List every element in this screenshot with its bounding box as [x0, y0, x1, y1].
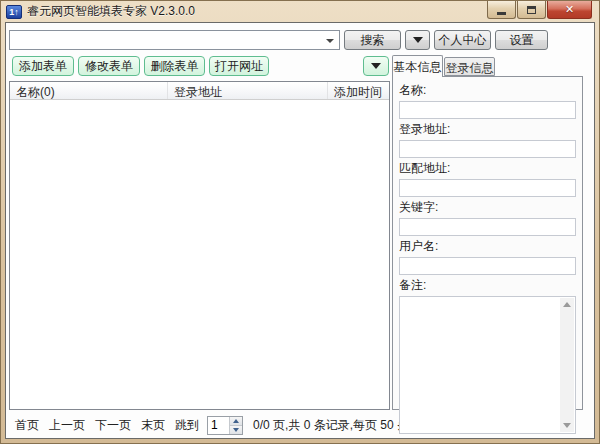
close-button[interactable]: ✕	[547, 1, 592, 19]
scroll-down-icon	[563, 423, 571, 428]
app-window: 1↑ 睿元网页智能填表专家 V2.3.0.0 ✕ 搜索 个人中心 设置 添加表单…	[0, 0, 600, 444]
scroll-up-icon	[563, 302, 571, 307]
open-url-button[interactable]: 打开网址	[209, 56, 269, 76]
app-icon: 1↑	[6, 5, 22, 19]
forms-list: 名称(0) 登录地址 添加时间	[9, 81, 390, 410]
column-header-added-time[interactable]: 添加时间	[328, 82, 389, 99]
add-form-button[interactable]: 添加表单	[12, 56, 74, 76]
basic-info-panel: 名称: 登录地址: 匹配地址: 关键字: 用户名: 备注:	[392, 76, 583, 410]
minimize-icon	[497, 12, 506, 15]
name-label: 名称:	[399, 82, 576, 99]
spinner-up-button[interactable]	[230, 417, 242, 425]
keyword-field[interactable]	[399, 218, 576, 236]
remark-label: 备注:	[399, 277, 576, 294]
close-icon: ✕	[565, 3, 574, 16]
personal-center-button[interactable]: 个人中心	[434, 30, 491, 50]
record-summary: 0/0 页,共 0 条记录,每页 50 条	[253, 417, 409, 434]
username-label: 用户名:	[399, 238, 576, 255]
remark-field-wrap	[399, 296, 576, 434]
delete-form-button[interactable]: 删除表单	[144, 56, 205, 76]
chevron-down-icon	[413, 37, 423, 43]
match-url-field[interactable]	[399, 179, 576, 197]
maximize-icon	[527, 6, 536, 14]
edit-form-button[interactable]: 修改表单	[78, 56, 140, 76]
search-button[interactable]: 搜索	[344, 30, 401, 50]
column-header-login-url[interactable]: 登录地址	[168, 82, 328, 99]
jump-to-label: 跳到	[175, 417, 199, 434]
login-url-field[interactable]	[399, 140, 576, 158]
settings-button[interactable]: 设置	[495, 30, 548, 50]
combobox-dropdown-icon[interactable]	[326, 39, 334, 43]
username-field[interactable]	[399, 257, 576, 275]
client-area: 搜索 个人中心 设置 添加表单 修改表单 删除表单 打开网址 名称(0) 登录地…	[5, 22, 595, 439]
keyword-label: 关键字:	[399, 199, 576, 216]
match-url-label: 匹配地址:	[399, 160, 576, 177]
spinner-down-button[interactable]	[230, 425, 242, 434]
maximize-button[interactable]	[517, 1, 546, 19]
spinner-buttons	[229, 417, 242, 434]
prev-page-link[interactable]: 上一页	[49, 417, 85, 434]
spinner-down-icon	[233, 428, 239, 432]
login-url-label: 登录地址:	[399, 121, 576, 138]
window-controls: ✕	[487, 1, 592, 19]
next-page-link[interactable]: 下一页	[95, 417, 131, 434]
remark-scrollbar[interactable]	[560, 298, 574, 432]
more-actions-button[interactable]	[363, 56, 389, 76]
tab-basic-info[interactable]: 基本信息	[392, 55, 443, 77]
first-page-link[interactable]: 首页	[15, 417, 39, 434]
chevron-down-icon	[371, 63, 381, 69]
page-number-input[interactable]	[209, 418, 228, 433]
window-title: 睿元网页智能填表专家 V2.3.0.0	[27, 3, 195, 20]
forms-list-header: 名称(0) 登录地址 添加时间	[10, 82, 389, 100]
remark-field[interactable]	[401, 298, 559, 432]
spinner-up-icon	[233, 419, 239, 423]
url-combobox[interactable]	[9, 30, 340, 50]
url-combobox-input[interactable]	[11, 32, 321, 48]
page-number-spinner	[207, 416, 243, 435]
search-options-button[interactable]	[405, 30, 430, 50]
tab-login-info[interactable]: 登录信息	[444, 57, 495, 76]
last-page-link[interactable]: 末页	[141, 417, 165, 434]
minimize-button[interactable]	[487, 1, 516, 19]
forms-list-body[interactable]	[10, 100, 389, 409]
name-field[interactable]	[399, 101, 576, 119]
column-header-name[interactable]: 名称(0)	[10, 82, 168, 99]
